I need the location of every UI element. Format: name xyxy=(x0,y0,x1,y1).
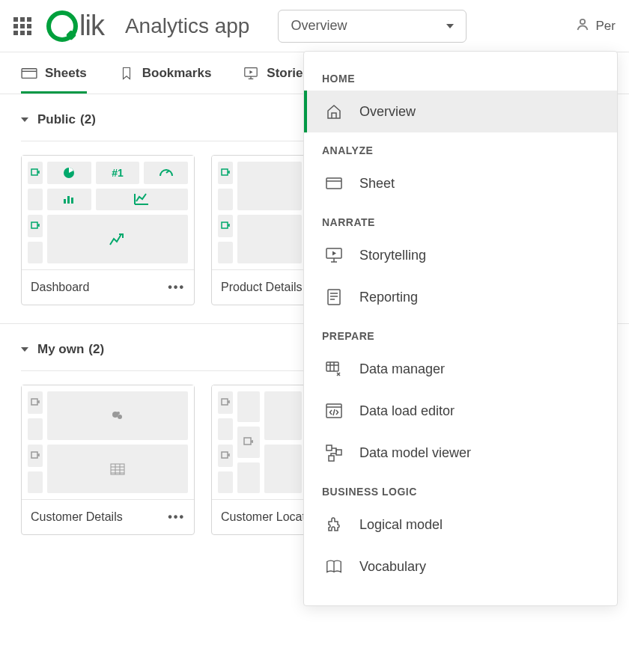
tab-sheets[interactable]: Sheets xyxy=(21,52,87,94)
chevron-down-icon xyxy=(21,347,28,352)
menu-item-vocabulary[interactable]: Vocabulary xyxy=(304,546,617,587)
svg-rect-8 xyxy=(71,198,73,204)
menu-item-label: Sheet xyxy=(359,176,395,192)
svg-point-15 xyxy=(117,412,120,415)
svg-rect-9 xyxy=(222,169,228,175)
view-dropdown-label: Overview xyxy=(291,18,347,34)
svg-rect-18 xyxy=(222,452,228,458)
menu-item-label: Reporting xyxy=(359,290,418,305)
menu-group-narrate: NARRATE xyxy=(304,204,617,234)
card-product-details[interactable]: Product Details xyxy=(211,155,309,305)
menu-item-label: Overview xyxy=(359,104,416,120)
section-title: My own xyxy=(37,342,84,357)
card-customer-location[interactable]: Customer Location xyxy=(211,385,309,535)
card-dashboard[interactable]: #1 Dashboard ••• xyxy=(21,155,195,305)
menu-item-sheet[interactable]: Sheet xyxy=(304,162,617,204)
menu-item-label: Data manager xyxy=(359,361,445,377)
bookmark-icon xyxy=(118,67,135,80)
svg-rect-22 xyxy=(328,290,340,305)
svg-rect-19 xyxy=(244,438,251,445)
menu-item-storytelling[interactable]: Storytelling xyxy=(304,234,617,276)
menu-item-data-manager[interactable]: Data manager xyxy=(304,348,617,390)
sheet-icon xyxy=(325,174,343,192)
svg-rect-4 xyxy=(31,222,37,228)
menu-group-prepare: PREPARE xyxy=(304,318,617,348)
menu-group-business-logic: BUSINESS LOGIC xyxy=(304,474,617,504)
home-icon xyxy=(325,103,343,120)
section-count: (2) xyxy=(88,342,104,357)
svg-point-0 xyxy=(580,19,584,24)
chevron-down-icon xyxy=(21,117,28,122)
play-monitor-icon xyxy=(325,246,343,264)
view-dropdown[interactable]: Overview xyxy=(278,10,467,43)
menu-item-label: Data model viewer xyxy=(359,445,471,461)
menu-item-logical-model[interactable]: Logical model xyxy=(304,504,617,546)
card-preview xyxy=(212,385,308,499)
more-icon[interactable]: ••• xyxy=(168,510,185,524)
tab-label: Sheets xyxy=(45,66,87,81)
tab-stories[interactable]: Stories xyxy=(243,52,310,94)
svg-rect-12 xyxy=(31,452,37,458)
view-dropdown-menu: HOME Overview ANALYZE Sheet NARRATE Stor… xyxy=(303,51,618,606)
menu-item-label: Logical model xyxy=(359,517,443,533)
svg-rect-17 xyxy=(222,399,228,405)
card-title: Dashboard xyxy=(31,281,89,294)
menu-item-data-load-editor[interactable]: Data load editor xyxy=(304,390,617,432)
svg-rect-11 xyxy=(31,399,37,405)
svg-rect-25 xyxy=(326,445,332,450)
svg-point-14 xyxy=(118,415,122,419)
tab-label: Bookmarks xyxy=(142,66,212,81)
svg-rect-20 xyxy=(326,178,341,189)
user-label: Per xyxy=(596,19,616,34)
menu-item-data-model-viewer[interactable]: Data model viewer xyxy=(304,432,617,474)
menu-item-overview[interactable]: Overview xyxy=(304,91,617,132)
user-menu[interactable]: Per xyxy=(575,16,616,35)
menu-group-analyze: ANALYZE xyxy=(304,132,617,162)
section-count: (2) xyxy=(80,112,96,127)
app-title: Analytics app xyxy=(125,14,250,38)
model-viewer-icon xyxy=(325,444,343,462)
qlik-q-icon xyxy=(46,10,78,42)
puzzle-icon xyxy=(325,516,343,534)
card-preview: #1 xyxy=(22,156,194,269)
user-icon xyxy=(575,16,590,35)
card-title: Product Details xyxy=(221,281,303,294)
menu-item-label: Vocabulary xyxy=(359,559,426,575)
svg-rect-3 xyxy=(31,169,37,175)
card-title: Customer Location xyxy=(221,510,309,524)
menu-item-label: Data load editor xyxy=(359,403,455,419)
data-manager-icon xyxy=(325,360,343,378)
svg-rect-27 xyxy=(329,456,334,461)
sheet-icon xyxy=(21,67,37,80)
code-editor-icon xyxy=(325,402,343,420)
svg-rect-23 xyxy=(326,362,338,371)
report-icon xyxy=(325,288,343,306)
menu-item-label: Storytelling xyxy=(359,248,426,263)
card-preview xyxy=(22,385,194,499)
card-title: Customer Details xyxy=(31,510,123,524)
apps-grid-icon[interactable] xyxy=(13,17,31,35)
book-icon xyxy=(325,558,343,575)
svg-rect-26 xyxy=(336,450,341,455)
card-preview xyxy=(212,156,308,269)
menu-item-reporting[interactable]: Reporting xyxy=(304,276,617,318)
card-customer-details[interactable]: Customer Details ••• xyxy=(21,385,195,535)
qlik-logo: lik xyxy=(46,10,104,42)
chevron-down-icon xyxy=(446,24,454,28)
svg-rect-6 xyxy=(64,199,66,204)
section-title: Public xyxy=(37,112,76,127)
topbar: lik Analytics app Overview Per xyxy=(0,0,629,52)
tab-bookmarks[interactable]: Bookmarks xyxy=(118,52,212,94)
more-icon[interactable]: ••• xyxy=(168,281,185,294)
menu-group-home: HOME xyxy=(304,61,617,91)
play-monitor-icon xyxy=(243,67,259,80)
svg-rect-1 xyxy=(22,68,37,78)
svg-rect-7 xyxy=(67,196,70,204)
svg-rect-10 xyxy=(222,222,228,228)
